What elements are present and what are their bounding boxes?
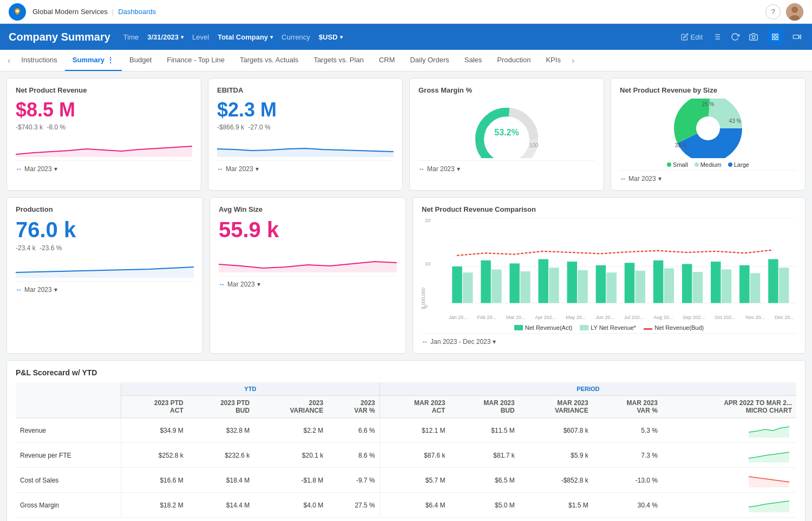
x-dec: Dec 20... [775,315,794,320]
tab-targets-plan[interactable]: Targets vs. Plan [306,50,371,71]
per-var-pct-cell: -13.0 % [593,468,662,493]
per-bud-cell: $81.7 k [449,443,519,468]
time-caret-icon: ▾ [181,34,184,40]
level-label: Level [192,33,209,41]
ytd-act-cell: $18.2 M [121,493,187,518]
legend-net-act: Net Revenue(Act) [514,324,572,331]
tab-instructions[interactable]: Instructions [14,50,64,71]
micro-chart-svg [749,421,792,438]
tab-crm[interactable]: CRM [371,50,403,71]
net-rev-by-size-title: Net Product Revenue by Size [620,86,796,94]
per-bud-col: MAR 2023BUD [449,396,519,418]
help-button[interactable]: ? [765,4,781,19]
time-filter[interactable]: 3/31/2023 ▾ [147,33,184,41]
net-rev-footer[interactable]: ↔ Mar 2023 ▾ [16,160,192,173]
avg-win-size-value: 55.9 k [219,218,397,242]
nav-dashboards[interactable]: Dashboards [118,8,156,16]
production-footer[interactable]: ↔ Mar 2023 ▾ [16,281,194,294]
camera-button[interactable] [747,30,760,43]
gross-margin-footer-caret: ▾ [457,165,460,173]
svg-rect-35 [492,270,502,303]
ebitda-value: $2.3 M [217,99,394,121]
svg-rect-13 [776,37,778,40]
net-product-revenue-title: Net Product Revenue [16,86,192,94]
production-sparkline [16,256,194,278]
tab-summary-dots: ⋮ [107,56,114,64]
table-row: Gross Margin $18.2 M $14.4 M $4.0 M 27.5… [16,493,796,518]
net-rev-comparison-footer[interactable]: ↔ Jan 2023 - Dec 2023 ▾ [422,333,796,346]
avg-win-sparkline [219,251,397,272]
net-product-revenue-card: Net Product Revenue $8.5 M -$740.3 k -8.… [6,78,201,191]
grid-button[interactable] [765,27,785,47]
tab-daily-orders[interactable]: Daily Orders [402,50,456,71]
dashboard-title: Company Summary [9,31,110,43]
refresh-button[interactable] [729,30,742,43]
ebitda-title: EBITDA [217,86,394,94]
x-axis-labels: Jan 20... Feb 20... Mar 20... Apr 202...… [449,315,796,320]
tabs-bar: ‹ Instructions Summary ⋮ Budget Finance … [0,50,812,71]
gross-margin-footer[interactable]: ↔ Mar 2023 ▾ [418,160,595,173]
per-var-col: MAR 2023VARIANCE [519,396,593,418]
svg-rect-46 [653,260,664,303]
ebitda-meta: -$866.9 k -27.0 % [217,123,394,131]
svg-rect-45 [635,271,645,303]
account-cell: Revenue per FTE [16,443,121,468]
tab-next-button[interactable]: › [568,50,578,71]
per-bud-cell: $6.5 M [449,468,519,493]
x-apr: Apr 202... [535,315,556,320]
tab-kpis[interactable]: KPIs [538,50,568,71]
tab-production[interactable]: Production [489,50,538,71]
gross-margin-inner: 53.2% 0 100 [418,99,595,158]
tab-sales[interactable]: Sales [457,50,490,71]
svg-rect-38 [538,259,548,303]
ytd-var-pct-cell: -9.7 % [328,468,379,493]
production-title: Production [16,205,194,213]
ytd-act-cell: $252.8 k [121,443,187,468]
user-avatar[interactable] [786,3,803,21]
production-delta-amount: -23.4 k [16,244,36,252]
x-jan: Jan 20... [449,315,468,320]
svg-rect-39 [549,268,559,303]
net-rev-comp-footer-arrow: ↔ [422,338,428,346]
per-act-cell: $6.4 M [379,493,449,518]
currency-filter[interactable]: $USD ▾ [319,33,343,41]
ebitda-footer[interactable]: ↔ Mar 2023 ▾ [217,160,394,173]
filter-button[interactable] [710,30,723,43]
tab-finance[interactable]: Finance - Top Line [159,50,232,71]
pie-legend: Small Medium Large [620,161,796,168]
svg-rect-33 [463,272,473,303]
ytd-act-col: 2023 PTDACT [121,396,187,418]
micro-chart-cell [662,493,796,518]
per-act-cell: $87.6 k [379,443,449,468]
table-row: Revenue $34.9 M $32.8 M $2.2 M 6.6 % $12… [16,418,796,443]
ytd-var-pct-cell: 8.6 % [328,443,379,468]
video-button[interactable] [790,30,803,43]
gross-margin-donut: 53.2% 0 100 [463,99,550,158]
top-card-grid: Net Product Revenue $8.5 M -$740.3 k -8.… [6,78,806,191]
edit-label: Edit [691,33,703,41]
edit-button[interactable]: Edit [679,31,705,43]
svg-rect-10 [772,34,775,36]
tab-prev-button[interactable]: ‹ [4,50,14,71]
x-nov: Nov 20... [745,315,765,320]
per-var-cell: -$852.8 k [519,468,593,493]
ytd-bud-cell: $232.6 k [188,443,254,468]
tab-budget[interactable]: Budget [122,50,159,71]
level-filter[interactable]: Total Company ▾ [218,33,273,41]
net-rev-sparkline [16,135,192,157]
ytd-var-pct-cell: 6.6 % [328,418,379,443]
tab-summary[interactable]: Summary ⋮ [65,50,122,71]
svg-text:33 %: 33 % [675,142,687,148]
avg-win-footer[interactable]: ↔ Mar 2023 ▾ [219,276,397,288]
micro-chart-svg [749,496,792,512]
ytd-var-cell: $4.0 M [254,493,328,518]
net-rev-by-size-footer[interactable]: ↔ Mar 2023 ▾ [620,170,796,183]
tab-targets-actuals[interactable]: Targets vs. Actuals [232,50,306,71]
production-value: 76.0 k [16,218,194,242]
svg-rect-49 [693,272,703,303]
currency-label: Currency [281,33,310,41]
gross-margin-title: Gross Margin % [418,86,595,94]
table-row: Cost of Sales $16.6 M $18.4 M -$1.8 M -9… [16,468,796,493]
legend-net-bud: Net Revenue(Bud) [644,324,704,331]
legend-net-act-label: Net Revenue(Act) [525,324,572,331]
